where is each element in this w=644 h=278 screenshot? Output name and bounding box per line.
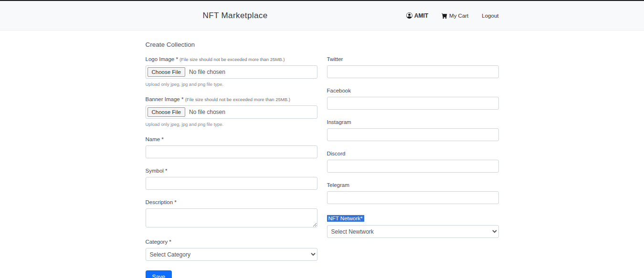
- category-select[interactable]: Select Category: [146, 248, 317, 261]
- category-group: Category * Select Category: [146, 239, 317, 261]
- logo-choose-file-button[interactable]: Choose File: [148, 67, 185, 77]
- user-name: AMIT: [414, 12, 428, 19]
- form-left-column: Logo Image * (File size should not be ex…: [146, 56, 317, 278]
- telegram-group: Telegram: [327, 182, 499, 204]
- logo-image-label: Logo Image * (File size should not be ex…: [146, 56, 317, 62]
- discord-input[interactable]: [327, 160, 499, 173]
- banner-image-group: Banner Image * (File size should not be …: [146, 96, 317, 127]
- telegram-label: Telegram: [327, 182, 499, 188]
- twitter-group: Twitter: [327, 56, 499, 78]
- create-collection-page: Create Collection Logo Image * (File siz…: [146, 31, 499, 278]
- form-right-column: Twitter Facebook Instagram Discord Teleg…: [327, 56, 499, 247]
- symbol-label: Symbol *: [146, 168, 317, 174]
- name-label: Name *: [146, 136, 317, 142]
- header-inner: NFT Marketplace AMIT My Cart: [146, 1, 499, 30]
- category-label: Category *: [146, 239, 317, 245]
- logo-image-group: Logo Image * (File size should not be ex…: [146, 56, 317, 87]
- cart-icon: [442, 13, 447, 19]
- banner-image-label: Banner Image * (File size should not be …: [146, 96, 317, 102]
- nft-network-group: NFT Network* Select Newtwork: [327, 214, 499, 238]
- nft-network-label: NFT Network*: [327, 215, 364, 222]
- nft-network-select[interactable]: Select Newtwork: [327, 225, 499, 238]
- banner-image-size-hint: (File size should not be exceeded more t…: [185, 97, 290, 102]
- logout-link[interactable]: Logout: [482, 13, 498, 19]
- description-label: Description *: [146, 199, 317, 205]
- logo-image-label-text: Logo Image *: [146, 56, 178, 62]
- name-group: Name *: [146, 136, 317, 158]
- person-icon: [406, 12, 412, 19]
- telegram-input[interactable]: [327, 191, 499, 204]
- banner-file-status: No file chosen: [189, 109, 225, 115]
- header: NFT Marketplace AMIT My Cart: [0, 0, 644, 31]
- banner-image-label-text: Banner Image *: [146, 96, 184, 102]
- create-collection-form: Logo Image * (File size should not be ex…: [146, 56, 499, 278]
- twitter-label: Twitter: [327, 56, 499, 62]
- page-title: Create Collection: [146, 41, 499, 48]
- banner-filetype-helper: Upload only jpeg, jpg and png file type.: [146, 122, 317, 127]
- logo-file-status: No file chosen: [189, 69, 225, 75]
- twitter-input[interactable]: [327, 65, 499, 78]
- instagram-label: Instagram: [327, 119, 499, 125]
- header-nav: AMIT My Cart Logout: [406, 12, 499, 19]
- save-button[interactable]: Save: [146, 270, 172, 278]
- discord-label: Discord: [327, 151, 499, 156]
- logout-label: Logout: [482, 13, 498, 19]
- symbol-input[interactable]: [146, 177, 317, 190]
- instagram-group: Instagram: [327, 119, 499, 141]
- facebook-group: Facebook: [327, 88, 499, 110]
- instagram-input[interactable]: [327, 128, 499, 141]
- user-menu[interactable]: AMIT: [406, 12, 428, 19]
- logo-file-input[interactable]: Choose File No file chosen: [146, 65, 317, 79]
- banner-file-input[interactable]: Choose File No file chosen: [146, 105, 317, 119]
- banner-choose-file-button[interactable]: Choose File: [148, 107, 185, 117]
- my-cart-label: My Cart: [449, 13, 468, 19]
- logo-image-size-hint: (File size should not be exceeded more t…: [179, 57, 285, 62]
- facebook-label: Facebook: [327, 88, 499, 93]
- logo-filetype-helper: Upload only jpeg, jpg and png file type.: [146, 82, 317, 87]
- name-input[interactable]: [146, 145, 317, 158]
- description-group: Description *: [146, 199, 317, 229]
- brand-title[interactable]: NFT Marketplace: [203, 11, 268, 21]
- discord-group: Discord: [327, 151, 499, 173]
- my-cart-link[interactable]: My Cart: [442, 13, 468, 19]
- facebook-input[interactable]: [327, 97, 499, 110]
- description-textarea[interactable]: [146, 208, 317, 227]
- symbol-group: Symbol *: [146, 168, 317, 190]
